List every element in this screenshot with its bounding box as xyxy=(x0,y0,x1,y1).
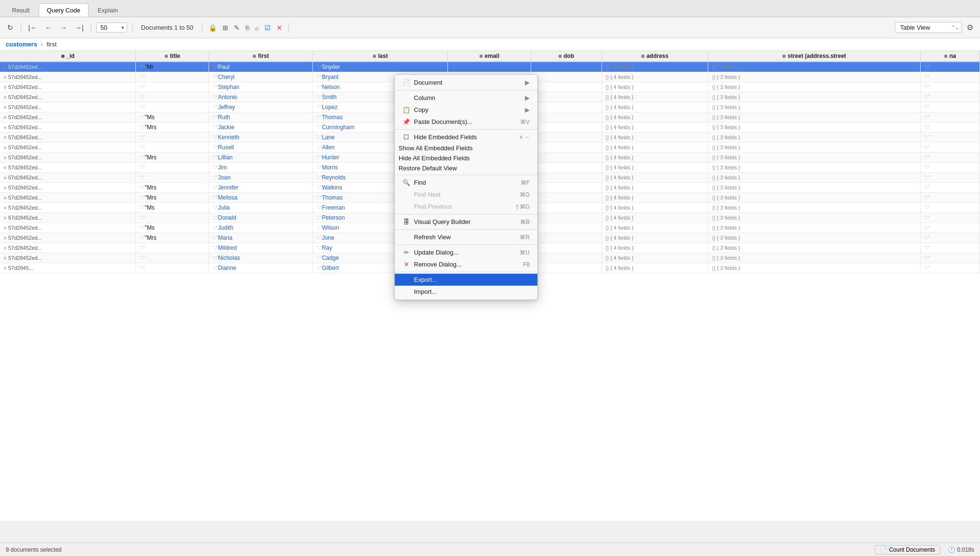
paste-shortcut: ⌘V xyxy=(520,119,530,125)
remove-icon: ✕ xyxy=(402,261,410,268)
update-icon: ✏ xyxy=(402,249,410,256)
find-next-shortcut: ⌘G xyxy=(520,191,530,198)
menu-sep-7 xyxy=(395,272,537,272)
find-icon: 🔍 xyxy=(402,179,410,186)
menu-item-import[interactable]: Import... xyxy=(395,286,537,298)
context-menu: 📄 Document ▶ Column ▶ 📋 Copy ▶ 📌 Paste D… xyxy=(394,74,538,300)
menu-sep-4 xyxy=(395,214,537,214)
refresh-shortcut: ⌘R xyxy=(520,234,530,241)
collapse-arrows: ∧ ↔ xyxy=(519,134,530,140)
menu-item-visual-query[interactable]: 🗄 Visual Query Builder ⌘B xyxy=(395,216,537,228)
menu-sep-6 xyxy=(395,245,537,245)
menu-item-remove[interactable]: ✕ Remove Dialog... F8 xyxy=(395,258,537,270)
show-all-label: Show All Embedded Fields xyxy=(399,145,473,152)
menu-item-remove-label: Remove Dialog... xyxy=(414,261,462,268)
menu-item-column-label: Column xyxy=(414,94,435,101)
menu-item-import-label: Import... xyxy=(414,288,437,295)
menu-subitem-hide-all[interactable]: Hide All Embedded Fields xyxy=(395,153,537,163)
menu-sep-5 xyxy=(395,229,537,230)
menu-item-update-label: Update Dialog... xyxy=(414,249,458,256)
menu-item-paste[interactable]: 📌 Paste Document(s)... ⌘V xyxy=(395,116,537,128)
copy-icon: 📋 xyxy=(402,106,410,113)
hide-all-label: Hide All Embedded Fields xyxy=(399,155,470,162)
menu-item-visual-query-label: Visual Query Builder xyxy=(414,218,470,225)
menu-item-hide-embedded-label: Hide Embedded Fields xyxy=(414,133,477,141)
menu-item-find-next-label: Find Next xyxy=(414,191,441,198)
find-prev-shortcut: ⇧⌘G xyxy=(515,203,530,210)
menu-sep-1 xyxy=(395,90,537,90)
menu-item-document[interactable]: 📄 Document ▶ xyxy=(395,77,537,89)
visual-query-icon: 🗄 xyxy=(402,218,410,225)
menu-item-export-label: Export... xyxy=(414,276,437,283)
menu-item-find-prev-label: Find Previous xyxy=(414,203,452,210)
restore-label: Restore Default View xyxy=(399,165,457,172)
menu-subitem-restore[interactable]: Restore Default View xyxy=(395,163,537,173)
find-shortcut: ⌘F xyxy=(521,179,530,186)
update-shortcut: ⌘U xyxy=(520,249,530,256)
menu-item-export[interactable]: Export... xyxy=(395,274,537,286)
paste-icon: 📌 xyxy=(402,118,410,125)
remove-shortcut: F8 xyxy=(523,261,530,268)
menu-item-refresh[interactable]: Refresh View ⌘R xyxy=(395,231,537,243)
menu-item-hide-embedded[interactable]: ☐ Hide Embedded Fields ∧ ↔ xyxy=(395,131,537,143)
menu-item-find-prev: Find Previous ⇧⌘G xyxy=(395,200,537,212)
menu-item-update[interactable]: ✏ Update Dialog... ⌘U xyxy=(395,246,537,258)
menu-item-copy-label: Copy xyxy=(414,106,428,113)
visual-query-shortcut: ⌘B xyxy=(520,219,530,225)
document-arrow: ▶ xyxy=(525,79,530,86)
column-arrow: ▶ xyxy=(525,94,530,101)
menu-item-column[interactable]: Column ▶ xyxy=(395,92,537,104)
copy-arrow: ▶ xyxy=(525,106,530,113)
hide-embedded-icon: ☐ xyxy=(402,133,410,141)
menu-sep-3 xyxy=(395,175,537,175)
menu-subitem-show-all[interactable]: Show All Embedded Fields xyxy=(395,143,537,153)
menu-item-find-label: Find xyxy=(414,179,426,186)
menu-item-refresh-label: Refresh View xyxy=(414,234,451,241)
menu-sep-2 xyxy=(395,129,537,130)
menu-item-paste-label: Paste Document(s)... xyxy=(414,118,472,125)
context-menu-overlay[interactable]: 📄 Document ▶ Column ▶ 📋 Copy ▶ 📌 Paste D… xyxy=(0,0,980,521)
document-icon: 📄 xyxy=(402,79,410,86)
menu-item-copy[interactable]: 📋 Copy ▶ xyxy=(395,104,537,116)
menu-item-find-next: Find Next ⌘G xyxy=(395,189,537,200)
menu-item-find[interactable]: 🔍 Find ⌘F xyxy=(395,177,537,189)
menu-item-document-label: Document xyxy=(414,79,442,86)
